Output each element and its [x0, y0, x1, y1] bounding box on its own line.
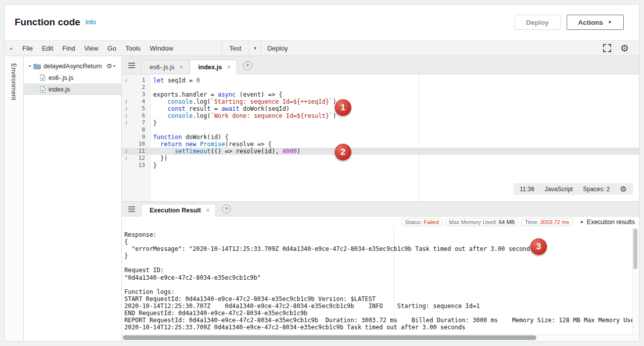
code-line-4[interactable]: i4 console.log(`Starting: sequence Id=${…	[122, 98, 639, 105]
vertical-scrollbar-thumb[interactable]	[633, 229, 637, 269]
menu-item-view[interactable]: View	[80, 45, 103, 52]
function-code-panel: Function code Info Deploy Actions ▼ ▴ Fi…	[4, 4, 639, 341]
code-line-9[interactable]: 9function doWork(id) {	[122, 134, 639, 141]
tree-file-es6-js[interactable]: es6-.js.js	[24, 72, 121, 83]
tree-file-index-js[interactable]: index.js	[24, 83, 121, 95]
new-tab-icon[interactable]: +	[243, 61, 252, 70]
code-line-6[interactable]: i6 console.log(`Work done: sequence Id=$…	[122, 112, 639, 119]
code-line-3[interactable]: 3exports.handler = async (event) => {	[122, 91, 639, 98]
file-name: es6-.js.js	[49, 74, 73, 81]
info-annotation-icon: i	[122, 98, 130, 105]
tab-index-js[interactable]: index.js ×	[190, 60, 237, 74]
code-token: setTimeout	[175, 148, 211, 155]
tab-list-icon[interactable]	[128, 62, 136, 69]
close-tab-icon[interactable]: ×	[227, 64, 231, 71]
tree-folder-row[interactable]: ▾ delayedAsyncReturn ⚙ ▾	[24, 60, 121, 72]
execution-results-toggle[interactable]: ▼ Execution results	[580, 219, 635, 226]
code-token: function	[153, 134, 182, 141]
vertical-scrollbar[interactable]	[632, 228, 639, 334]
execution-output[interactable]: Response:{ "errorMessage": "2020-10-14T1…	[122, 228, 639, 334]
code-token: `Work done: sequence Id=${result}`	[211, 112, 333, 119]
code-token: doWork(seqId)	[239, 105, 289, 112]
code-token: )	[297, 148, 300, 155]
menu-item-edit[interactable]: Edit	[37, 45, 58, 52]
code-token: return	[160, 141, 182, 148]
environment-tab[interactable]: Environment	[10, 63, 17, 100]
line-text: const result = await doWork(seqId)	[150, 105, 290, 112]
editor-menubar: ▴ FileEditFindViewGoToolsWindow Test ▾ D…	[5, 40, 639, 56]
deploy-menu-button[interactable]: Deploy	[261, 45, 294, 52]
code-line-1[interactable]: i1let seqId = 0	[122, 77, 639, 84]
code-token: 0	[196, 77, 200, 84]
line-text: console.log(`Starting: sequence Id=${++s…	[150, 98, 336, 105]
code-line-12[interactable]: i12 })	[122, 155, 639, 162]
horizontal-scrollbar-thumb[interactable]	[123, 335, 536, 340]
folder-disclosure-icon[interactable]: ▾	[29, 64, 31, 68]
editor-settings-gear-icon[interactable]: ⚙	[620, 185, 627, 193]
collapse-menu-icon[interactable]: ▴	[5, 46, 18, 51]
code-line-2[interactable]: 2	[122, 84, 639, 91]
code-line-7[interactable]: i7}	[122, 119, 639, 126]
line-number: 2	[130, 84, 150, 91]
line-number: 10	[130, 141, 150, 148]
menu-items: FileEditFindViewGoToolsWindow	[18, 40, 178, 56]
code-token: (event) => {	[236, 91, 282, 98]
code-line-5[interactable]: i5 const result = await doWork(seqId)	[122, 105, 639, 112]
tab-es6-js[interactable]: es6-.js.js ×	[141, 60, 190, 74]
line-text: }	[150, 119, 157, 126]
environment-settings-button[interactable]: ⚙ ▾	[106, 63, 115, 69]
menu-item-tools[interactable]: Tools	[121, 45, 145, 52]
actions-button[interactable]: Actions ▼	[567, 15, 624, 30]
line-text: })	[150, 155, 167, 162]
deploy-button[interactable]: Deploy	[515, 15, 561, 30]
code-line-13[interactable]: 13}	[122, 162, 639, 169]
code-token: .log(	[193, 112, 211, 119]
close-tab-icon[interactable]: ×	[206, 207, 209, 214]
info-link[interactable]: Info	[85, 19, 96, 26]
new-tab-icon[interactable]: +	[222, 204, 231, 213]
horizontal-scrollbar[interactable]	[122, 334, 639, 340]
code-token: await	[221, 105, 240, 112]
code-token: )	[333, 112, 336, 119]
test-dropdown-caret-icon[interactable]: ▾	[249, 46, 261, 51]
editor-statusbar: 11:36 JavaScript Spaces: 2 ⚙	[514, 183, 633, 195]
toggle-label: Execution results	[587, 219, 635, 226]
code-token: result =	[186, 105, 221, 112]
close-tab-icon[interactable]: ×	[179, 64, 183, 71]
page-title: Function code	[15, 17, 80, 28]
info-annotation-icon: i	[122, 77, 130, 84]
tab-execution-result[interactable]: Execution Result ×	[141, 204, 216, 217]
line-text: return new Promise(resolve => {	[150, 141, 271, 148]
result-badges: Status: FailedMax Memory Used: 64 MBTime…	[401, 218, 573, 226]
menu-item-window[interactable]: Window	[145, 45, 177, 52]
language-mode[interactable]: JavaScript	[544, 186, 573, 193]
output-line: START RequestId: 0d4a1340-e9ce-47c2-8034…	[124, 295, 639, 302]
editor-tabbar: es6-.js.js × index.js × +	[122, 56, 639, 74]
code-line-10[interactable]: 10 return new Promise(resolve => {	[122, 141, 639, 148]
fullscreen-icon[interactable]	[603, 44, 611, 52]
result-badge: Status: Failed	[401, 218, 442, 226]
actions-button-label: Actions	[578, 19, 604, 26]
indentation-setting[interactable]: Spaces: 2	[583, 186, 610, 193]
menu-item-go[interactable]: Go	[103, 45, 121, 52]
line-text: setTimeout(() => resolve(id), 4000)	[150, 148, 300, 155]
code-editor[interactable]: i1let seqId = 023exports.handler = async…	[122, 74, 639, 201]
annotation-badge-2: 2	[335, 144, 351, 160]
lambda-function-code-page: Function code Info Deploy Actions ▼ ▴ Fi…	[0, 0, 644, 346]
badge-value: 64 MB	[498, 219, 515, 225]
tab-list-icon[interactable]	[128, 206, 136, 212]
menubar-right: ⚙	[603, 44, 639, 53]
test-button[interactable]: Test	[222, 45, 249, 52]
output-line: "0d4a1340-e9ce-47c2-8034-e35ec9cb1c9b"	[124, 274, 639, 281]
code-line-8[interactable]: 8	[122, 126, 639, 134]
info-annotation-icon: i	[122, 105, 130, 112]
settings-gear-icon[interactable]: ⚙	[620, 44, 629, 53]
code-token: const	[167, 105, 186, 112]
js-file-icon	[40, 86, 45, 93]
code-line-11[interactable]: i11 setTimeout(() => resolve(id), 4000)	[122, 148, 639, 155]
output-line: Request ID:	[124, 267, 639, 274]
menu-item-find[interactable]: Find	[58, 45, 79, 52]
code-token	[153, 112, 167, 119]
menu-item-file[interactable]: File	[18, 45, 37, 52]
cursor-position[interactable]: 11:36	[520, 186, 534, 193]
